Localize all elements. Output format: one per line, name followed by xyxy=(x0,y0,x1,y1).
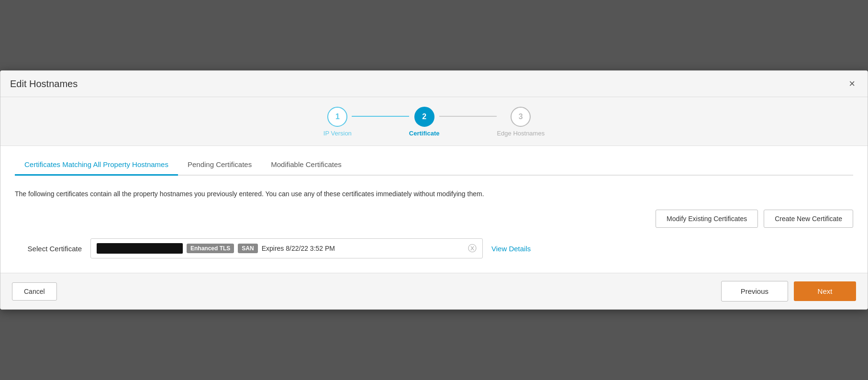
step-3-circle: 3 xyxy=(511,107,531,127)
create-new-button[interactable]: Create New Certificate xyxy=(764,210,853,228)
view-details-link[interactable]: View Details xyxy=(491,245,531,253)
content-area: The following certificates contain all t… xyxy=(15,176,853,273)
action-buttons-row: Modify Existing Certificates Create New … xyxy=(15,210,853,228)
modal-header: Edit Hostnames × xyxy=(0,71,868,97)
step-line-2 xyxy=(439,116,497,117)
tab-matching[interactable]: Certificates Matching All Property Hostn… xyxy=(15,156,178,176)
modal-body: Certificates Matching All Property Hostn… xyxy=(0,146,868,273)
step-2-label: Certificate xyxy=(409,130,440,137)
description-text: The following certificates contain all t… xyxy=(15,189,853,199)
cancel-button[interactable]: Cancel xyxy=(12,282,57,301)
step-3-label: Edge Hostnames xyxy=(497,130,545,137)
cert-input-box[interactable]: Enhanced TLS SAN Expires 8/22/22 3:52 PM… xyxy=(90,238,483,258)
certificate-row: Select Certificate Enhanced TLS SAN Expi… xyxy=(15,238,853,258)
next-button[interactable]: Next xyxy=(794,281,856,301)
stepper-area: 1 IP Version 2 Certificate 3 Edge Hostna… xyxy=(0,97,868,146)
step-line-1 xyxy=(352,116,409,117)
modal-container: Edit Hostnames × 1 IP Version 2 Certific… xyxy=(0,70,868,310)
modal-title: Edit Hostnames xyxy=(10,78,78,89)
cert-id-redacted xyxy=(97,243,183,254)
tab-modifiable[interactable]: Modifiable Certificates xyxy=(261,156,351,176)
tabs-container: Certificates Matching All Property Hostn… xyxy=(15,146,853,176)
enhanced-tls-badge: Enhanced TLS xyxy=(187,244,234,253)
step-1-circle: 1 xyxy=(327,107,347,127)
step-2: 2 Certificate xyxy=(409,107,440,137)
modify-existing-button[interactable]: Modify Existing Certificates xyxy=(656,210,758,228)
step-1-label: IP Version xyxy=(323,130,352,137)
stepper: 1 IP Version 2 Certificate 3 Edge Hostna… xyxy=(323,107,545,137)
step-2-circle: 2 xyxy=(414,107,434,127)
step-3: 3 Edge Hostnames xyxy=(497,107,545,137)
cert-expiry: Expires 8/22/22 3:52 PM xyxy=(262,245,464,252)
tab-pending[interactable]: Pending Certificates xyxy=(178,156,261,176)
step-1: 1 IP Version xyxy=(323,107,352,137)
san-badge: SAN xyxy=(238,244,257,253)
previous-button[interactable]: Previous xyxy=(721,281,788,302)
cert-clear-icon[interactable]: ⓧ xyxy=(468,243,477,254)
cert-select-label: Select Certificate xyxy=(15,245,82,253)
footer-right: Previous Next xyxy=(721,281,856,302)
close-button[interactable]: × xyxy=(846,78,858,90)
modal-footer: Cancel Previous Next xyxy=(0,273,868,309)
